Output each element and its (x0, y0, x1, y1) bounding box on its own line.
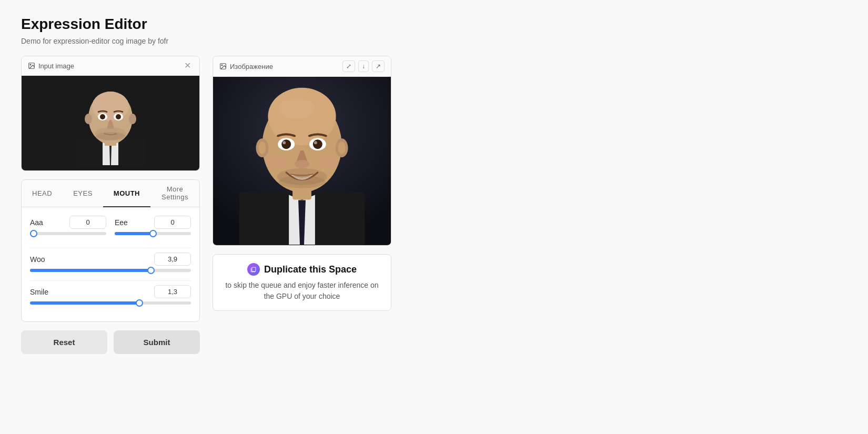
download-button[interactable]: ↓ (358, 60, 369, 72)
svg-point-14 (116, 114, 121, 119)
svg-point-32 (281, 139, 291, 149)
input-image-box: Input image ✕ (21, 56, 200, 171)
svg-point-36 (314, 141, 317, 144)
duplicate-space-button[interactable]: Duplicate this Space (247, 263, 357, 276)
svg-point-10 (129, 114, 136, 124)
output-image-header: Изображение ⤢ ↓ ↗ (213, 56, 391, 77)
woo-value-input[interactable] (154, 253, 191, 266)
svg-point-26 (278, 98, 315, 119)
svg-point-30 (338, 142, 346, 154)
svg-point-18 (221, 65, 223, 66)
aaa-value-input[interactable] (69, 216, 106, 229)
tabs-content: Aaa Eee (22, 207, 199, 321)
page-subtitle: Demo for expression-editor cog image by … (21, 37, 847, 45)
tab-head[interactable]: HEAD (22, 180, 63, 207)
eee-slider-top: Eee (115, 216, 191, 229)
page-title: Expression Editor (21, 16, 847, 33)
svg-point-28 (258, 142, 266, 154)
output-image-actions: ⤢ ↓ ↗ (342, 60, 385, 72)
input-image-label: Input image (28, 62, 74, 70)
aaa-label: Aaa (30, 218, 43, 227)
eee-slider-fill (115, 232, 153, 235)
eee-slider-thumb[interactable] (149, 230, 157, 237)
output-image-body (213, 77, 391, 245)
woo-slider-fill (30, 269, 151, 272)
input-image-body (22, 76, 199, 170)
action-buttons-row: Reset Submit (21, 330, 200, 354)
tab-mouth[interactable]: MOUTH (103, 180, 150, 207)
smile-value-input[interactable] (154, 285, 191, 298)
woo-label: Woo (30, 255, 45, 264)
input-face-image (60, 81, 160, 165)
woo-slider-top: Woo (30, 253, 191, 266)
fullscreen-button[interactable]: ⤢ (342, 60, 355, 72)
svg-point-12 (100, 114, 105, 119)
svg-point-41 (278, 176, 325, 188)
left-panel: Input image ✕ (21, 56, 200, 354)
svg-point-39 (318, 156, 339, 168)
output-image-box: Изображение ⤢ ↓ ↗ (213, 56, 391, 246)
tab-more-settings[interactable]: More Settings (150, 180, 199, 207)
svg-point-35 (313, 139, 322, 149)
aaa-slider-thumb[interactable] (30, 230, 37, 237)
duplicate-description: to skip the queue and enjoy faster infer… (221, 280, 382, 302)
tab-eyes[interactable]: EYES (63, 180, 103, 207)
output-image-label: Изображение (219, 63, 273, 70)
duplicate-symbol-icon (250, 266, 257, 273)
submit-button[interactable]: Submit (114, 330, 200, 354)
right-panel: Изображение ⤢ ↓ ↗ (213, 56, 391, 311)
duplicate-section: Duplicate this Space to skip the queue a… (213, 254, 391, 311)
smile-slider-track (30, 301, 191, 305)
duplicate-icon (247, 263, 260, 276)
output-face-image (213, 77, 391, 245)
svg-point-38 (265, 156, 286, 168)
aaa-slider-row: Aaa (30, 216, 106, 235)
smile-slider-fill (30, 301, 139, 305)
aaa-slider-track (30, 232, 106, 235)
smile-slider-row: Smile (30, 285, 191, 305)
smile-label: Smile (30, 288, 48, 296)
svg-point-8 (92, 92, 129, 121)
controls-panel: HEAD EYES MOUTH More Settings Aaa (21, 179, 200, 322)
tabs-header: HEAD EYES MOUTH More Settings (22, 180, 199, 207)
woo-slider-row: Woo (30, 253, 191, 272)
input-image-header: Input image ✕ (22, 56, 199, 76)
share-button[interactable]: ↗ (372, 60, 385, 72)
eee-value-input[interactable] (154, 216, 191, 229)
reset-button[interactable]: Reset (21, 330, 107, 354)
slider-divider-2 (30, 280, 191, 281)
output-image-icon (219, 63, 227, 70)
svg-point-9 (85, 114, 92, 124)
duplicate-title: Duplicate this Space (264, 264, 357, 275)
woo-slider-thumb[interactable] (147, 267, 155, 274)
eee-slider-row: Eee (115, 216, 191, 235)
top-sliders-grid: Aaa Eee (30, 216, 191, 244)
image-icon (28, 62, 35, 69)
svg-point-37 (295, 160, 309, 168)
eee-label: Eee (115, 218, 128, 227)
svg-point-1 (30, 64, 31, 65)
smile-slider-top: Smile (30, 285, 191, 298)
eee-slider-track (115, 232, 191, 235)
slider-divider-1 (30, 248, 191, 248)
smile-slider-thumb[interactable] (136, 299, 143, 307)
woo-slider-track (30, 269, 191, 272)
svg-point-33 (282, 141, 286, 144)
aaa-slider-top: Aaa (30, 216, 106, 229)
close-input-image-button[interactable]: ✕ (182, 60, 193, 71)
svg-point-16 (96, 132, 125, 140)
